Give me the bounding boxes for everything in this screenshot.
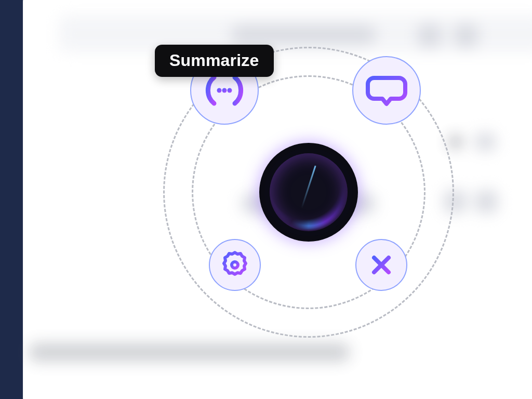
app-card	[23, 0, 532, 399]
svg-point-2	[228, 88, 232, 93]
chat-button[interactable]	[352, 56, 421, 125]
ai-assistant-orb[interactable]	[259, 143, 358, 242]
summarize-icon	[202, 72, 247, 109]
chat-icon	[366, 72, 407, 109]
svg-point-0	[217, 88, 222, 93]
blur-button	[454, 24, 478, 48]
blur-text-line	[28, 343, 350, 362]
svg-point-1	[222, 88, 227, 93]
summarize-tooltip: Summarize	[155, 45, 274, 77]
close-icon	[369, 252, 394, 277]
settings-button[interactable]	[209, 239, 261, 291]
blur-button	[418, 24, 442, 48]
blur-chip	[475, 133, 496, 151]
svg-point-4	[232, 262, 238, 268]
close-button[interactable]	[355, 239, 407, 291]
settings-icon	[220, 250, 250, 280]
blur-chip	[475, 190, 498, 213]
radial-menu	[163, 47, 454, 338]
blur-pill	[231, 25, 376, 45]
